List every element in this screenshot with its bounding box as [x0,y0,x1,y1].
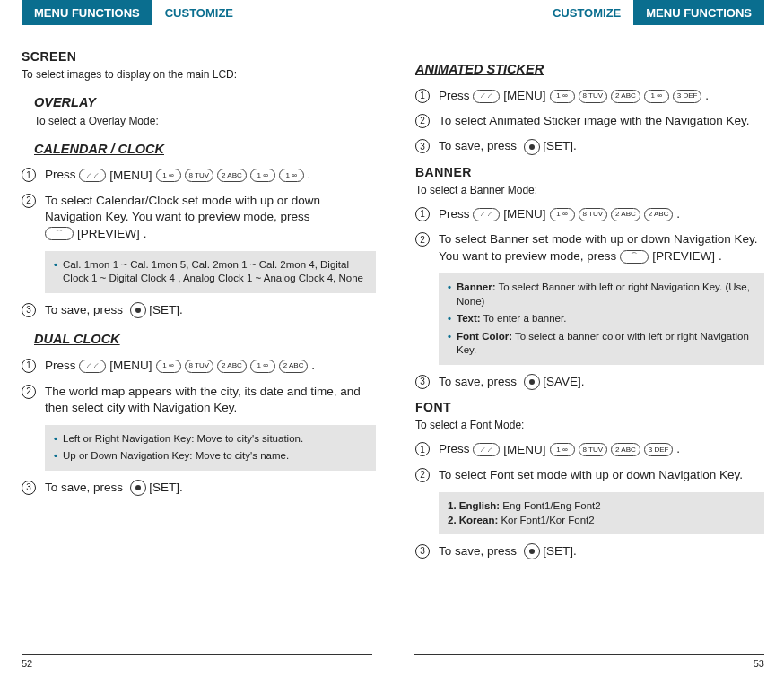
note-val: To enter a banner. [481,313,567,324]
font-step3-list: 3 To save, press [SET]. [415,543,764,559]
soft-key-icon: ⟋⟋ [79,360,106,373]
keypad-8-icon: 8 TUV [579,443,608,456]
bullet-icon: • [448,281,451,308]
text: Press [439,207,470,221]
sub-overlay: To select a Overlay Mode: [34,114,376,128]
font-steps: 1 Press ⟋⟋ [MENU] 1 ∞ 8 TUV 2 ABC 3 DEF … [415,441,764,483]
soft-key-icon: ⟋⟋ [473,90,500,103]
dual-step3: To save, press [SET]. [45,480,376,496]
select-key-icon [524,543,540,559]
text: . [676,442,680,455]
step-number: 2 [415,468,430,482]
calendar-step3-list: 3 To save, press [SET]. [22,302,376,318]
tab-customize: CUSTOMIZE [152,0,246,25]
page-53: CUSTOMIZE MENU FUNCTIONS ANIMATED STICKE… [392,0,784,676]
calendar-steps: 1 Press ⟋⟋ [MENU] 1 ∞ 8 TUV 2 ABC 1 ∞ 1 … [22,167,376,242]
heading-calendar-clock: CALENDAR / CLOCK [34,141,376,159]
heading-overlay: OVERLAY [34,94,376,112]
font-step3: To save, press [SET]. [439,543,764,559]
content-right: ANIMATED STICKER 1 Press ⟋⟋ [MENU] 1 ∞ 8… [415,25,764,559]
font-step2: To select Font set mode with up or down … [439,467,764,483]
step-number: 3 [415,375,430,389]
keypad-2-icon: 2 ABC [611,208,640,221]
step-number: 2 [22,385,36,399]
step-number: 1 [22,168,36,182]
step-number: 2 [22,194,36,208]
animated-step3: To save, press [SET]. [439,138,764,154]
note-text: Text: To enter a banner. [457,312,566,326]
banner-step3: To save, press [SAVE]. [439,374,764,390]
step-number: 1 [22,359,36,373]
font-step1: Press ⟋⟋ [MENU] 1 ∞ 8 TUV 2 ABC 3 DEF . [439,441,764,458]
bullet-icon: • [448,312,451,326]
keypad-8-icon: 8 TUV [185,169,214,182]
tab-menu-functions: MENU FUNCTIONS [633,0,764,25]
note-key: Text: [457,313,481,324]
text: To select Calendar/Clock set mode with u… [45,194,320,223]
keypad-1-icon: 1 ∞ [550,208,575,221]
text: To save, press [45,303,123,316]
text: . [311,359,315,372]
step-number: 3 [415,544,430,559]
soft-key-icon: ⌒ [620,250,649,264]
keypad-3-icon: 3 DEF [644,443,674,456]
page-number-left: 52 [22,654,372,669]
soft-key-icon: ⌒ [45,227,74,240]
keypad-2-icon: 2 ABC [279,360,309,373]
calendar-step2: To select Calendar/Clock set mode with u… [45,193,376,242]
note-val: Eng Font1/Eng Font2 [500,500,601,511]
heading-banner: BANNER [415,164,764,181]
text: . [308,168,311,181]
dual-step3-list: 3 To save, press [SET]. [22,480,376,496]
note-key: Font Color: [457,331,512,342]
text: Press [45,359,76,372]
page-52: MENU FUNCTIONS CUSTOMIZE SCREEN To selec… [0,0,392,676]
bullet-icon: • [448,330,451,358]
calendar-step1: Press ⟋⟋ [MENU] 1 ∞ 8 TUV 2 ABC 1 ∞ 1 ∞ … [45,167,376,184]
set-label: [SET]. [149,481,183,494]
note-text: Banner: To select Banner with left or ri… [457,281,755,308]
bullet-icon: • [54,432,57,446]
animated-step2: To select Animated Sticker image with th… [439,113,764,129]
dual-step1: Press ⟋⟋ [MENU] 1 ∞ 8 TUV 2 ABC 1 ∞ 2 AB… [45,358,376,375]
text: . [676,207,680,221]
note-key: 1. English: [448,500,500,511]
keypad-2-icon: 2 ABC [611,443,640,456]
step-number: 1 [415,89,430,103]
page-spread: MENU FUNCTIONS CUSTOMIZE SCREEN To selec… [0,0,784,676]
step-number: 3 [415,139,430,153]
heading-screen: SCREEN [22,48,376,65]
keypad-2-icon: 2 ABC [644,208,674,221]
tab-customize: CUSTOMIZE [540,0,633,25]
keypad-2-icon: 2 ABC [217,169,247,182]
keypad-1-icon: 1 ∞ [644,90,669,103]
text: Press [45,168,76,181]
preview-label: [PREVIEW] [652,248,715,264]
header-tabs-left: MENU FUNCTIONS CUSTOMIZE [22,0,376,25]
sub-screen: To select images to display on the main … [22,67,376,82]
calendar-note: •Cal. 1mon 1 ~ Cal. 1mon 5, Cal. 2mon 1 … [45,251,376,293]
bullet-icon: • [54,449,57,464]
keypad-1-icon: 1 ∞ [550,90,575,103]
header-tabs-right: CUSTOMIZE MENU FUNCTIONS [415,0,764,25]
text: To save, press [439,375,517,388]
banner-step2: To select Banner set mode with up or dow… [439,231,764,264]
select-key-icon [130,302,146,318]
menu-label: [MENU] [503,88,545,104]
menu-label: [MENU] [503,442,545,458]
keypad-1-icon: 1 ∞ [250,169,275,182]
step-number: 3 [22,303,36,317]
select-key-icon [130,480,146,496]
dual-step2: The world map appears with the city, its… [45,384,376,416]
dual-steps: 1 Press ⟋⟋ [MENU] 1 ∞ 8 TUV 2 ABC 1 ∞ 2 … [22,358,376,416]
page-number-right: 53 [414,654,764,669]
heading-animated-sticker: ANIMATED STICKER [415,61,764,79]
keypad-2-icon: 2 ABC [611,90,640,103]
keypad-1-icon: 1 ∞ [156,360,181,373]
keypad-8-icon: 8 TUV [579,208,608,221]
set-label: [SET]. [543,544,577,558]
menu-label: [MENU] [503,206,545,222]
set-label: [SET]. [149,303,183,316]
soft-key-icon: ⟋⟋ [473,208,500,221]
tab-menu-functions: MENU FUNCTIONS [22,0,152,25]
